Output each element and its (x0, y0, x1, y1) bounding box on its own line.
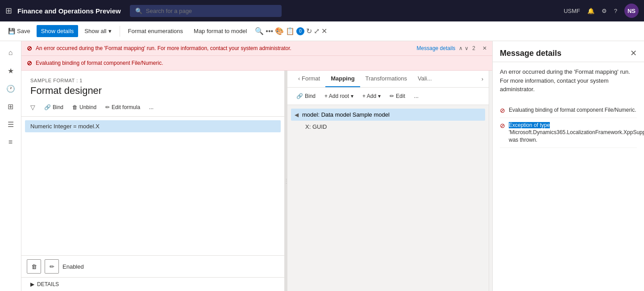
tree-item-numeric[interactable]: Numeric Integer = model.X (25, 120, 281, 132)
search-icon: 🔍 (135, 8, 142, 14)
message-panel-body: An error occurred during the 'Format map… (493, 62, 644, 99)
error-icon-main: ⊘ (27, 45, 32, 52)
chevron-down-icon: ▾ (108, 28, 112, 34)
message-details-panel: Message details ✕ An error occurred duri… (492, 41, 644, 291)
format-bottom-bar: 🗑 ✏ Enabled (21, 255, 284, 277)
palette-icon[interactable]: 🎨 (275, 27, 284, 35)
more-cmd-icon[interactable]: ••• (266, 27, 273, 35)
error-count: 2 (472, 45, 475, 51)
exception-highlight: Exception of type (509, 122, 550, 128)
settings-icon[interactable]: ⚙ (602, 8, 607, 14)
mapping-tabs: ‹ Format Mapping Transformations Vali...… (287, 71, 489, 88)
chevron-down-add: ▾ (378, 93, 381, 99)
sidebar-menu-icon[interactable]: ≡ (3, 134, 19, 150)
unbind-button[interactable]: 🗑 Unbind (69, 102, 100, 112)
show-details-button[interactable]: Show details (37, 25, 79, 37)
show-all-button[interactable]: Show all ▾ (80, 25, 116, 37)
bell-icon[interactable]: 🔔 (587, 8, 594, 14)
edit-icon: ✏ (105, 104, 110, 110)
sidebar-star-icon[interactable]: ★ (3, 63, 19, 79)
expand-icon[interactable]: ⤢ (314, 27, 320, 35)
search-cmd-icon[interactable]: 🔍 (255, 27, 264, 35)
refresh-icon[interactable]: ↻ (306, 27, 312, 35)
error-close-icon[interactable]: ✕ (482, 45, 487, 51)
add-root-button[interactable]: + Add root ▾ (321, 91, 357, 101)
command-bar: 💾 Save Show details Show all ▾ Format en… (0, 21, 644, 41)
next-error-icon[interactable]: ∨ (465, 45, 469, 51)
app-title: Finance and Operations Preview (17, 7, 121, 15)
vertical-scrollbar[interactable] (489, 71, 492, 291)
grid-icon[interactable]: ⊞ (5, 6, 12, 16)
edit-format-button[interactable]: ✏ (45, 259, 59, 274)
mapping-toolbar: 🔗 Bind + Add root ▾ + Add ▾ ✏ Edit (287, 88, 489, 105)
main-layout: ⌂ ★ 🕐 ⊞ ☰ ≡ ⊘ An error occurred during t… (0, 41, 644, 291)
panel-header: SAMPLE FORMAT : 1 Format designer (21, 71, 284, 98)
format-panel-toolbar: ▽ 🔗 Bind 🗑 Unbind ✏ Edit formula ... (21, 98, 284, 117)
sidebar-grid-icon[interactable]: ⊞ (3, 98, 19, 114)
filter-icon[interactable]: ▽ (27, 102, 39, 113)
edit-formula-button[interactable]: ✏ Edit formula (102, 102, 144, 112)
save-button[interactable]: 💾 Save (4, 25, 35, 37)
sidebar-list-icon[interactable]: ☰ (3, 116, 19, 132)
more-format-button[interactable]: ... (145, 102, 157, 112)
chevron-right-icon: ▶ (30, 281, 34, 287)
unlink-icon: 🗑 (72, 104, 78, 110)
more-mapping-button[interactable]: ... (411, 91, 422, 101)
tab-nav-more[interactable]: › (482, 76, 483, 82)
tab-format[interactable]: ‹ Format (293, 71, 325, 87)
bind-button[interactable]: 🔗 Bind (41, 102, 67, 112)
msg-error-1: ⊘ Evaluating binding of format component… (500, 103, 637, 118)
sidebar-history-icon[interactable]: 🕐 (3, 80, 19, 97)
tab-transformations[interactable]: Transformations (360, 71, 412, 87)
message-details-link[interactable]: Message details (417, 45, 456, 51)
link-icon-map: 🔗 (296, 93, 303, 99)
msg-error-text-1: Evaluating binding of format component F… (509, 106, 636, 114)
mapping-panel: ‹ Format Mapping Transformations Vali...… (287, 71, 489, 291)
collapse-icon: ◀ (295, 112, 299, 118)
model-root-item[interactable]: ◀ model: Data model Sample model (291, 109, 485, 121)
message-panel-close[interactable]: ✕ (630, 48, 637, 58)
edit-map-icon: ✏ (390, 93, 394, 99)
child-x-guid[interactable]: X: GUID (291, 121, 485, 133)
content-area: ⊘ An error occurred during the 'Format m… (21, 41, 492, 291)
details-section[interactable]: ▶ DETAILS (21, 277, 284, 291)
user-avatar[interactable]: NS (624, 4, 639, 18)
save-icon: 💾 (8, 28, 15, 34)
mapping-bind-button[interactable]: 🔗 Bind (293, 91, 319, 101)
chevron-left-icon: ‹ (298, 75, 300, 82)
prev-error-icon[interactable]: ∧ (459, 45, 463, 51)
map-format-to-model-button[interactable]: Map format to model (189, 25, 251, 37)
chevron-down-add-root: ▾ (351, 93, 353, 99)
top-nav-right: USMF 🔔 ⚙ ? NS (564, 4, 639, 18)
message-errors-list: ⊘ Evaluating binding of format component… (493, 99, 644, 291)
top-nav: ⊞ Finance and Operations Preview 🔍 USMF … (0, 0, 644, 21)
search-bar[interactable]: 🔍 (130, 5, 282, 17)
close-cmd-icon[interactable]: ✕ (321, 27, 327, 35)
delete-format-button[interactable]: 🗑 (27, 259, 41, 274)
clipboard-icon[interactable]: 📋 (286, 27, 295, 35)
message-panel-title: Message details (500, 49, 561, 58)
mapping-tree: ◀ model: Data model Sample model X: GUID (287, 105, 489, 291)
error-secondary-text: Evaluating binding of format component F… (36, 60, 163, 66)
sidebar-home-icon[interactable]: ⌂ (3, 45, 19, 61)
enabled-label: Enabled (62, 263, 84, 270)
help-icon[interactable]: ? (614, 8, 617, 14)
error-nav[interactable]: ∧ ∨ (459, 45, 469, 51)
tab-mapping[interactable]: Mapping (325, 71, 360, 87)
badge-icon: 0 (296, 27, 304, 35)
tab-validation[interactable]: Vali... (412, 71, 437, 87)
message-panel-header: Message details ✕ (493, 41, 644, 62)
format-enumerations-button[interactable]: Format enumerations (124, 25, 188, 37)
separator-1 (120, 26, 120, 37)
error-icon-secondary: ⊘ (27, 59, 32, 67)
error-main-text: An error occurred during the 'Format map… (36, 45, 291, 51)
search-input[interactable] (146, 8, 262, 14)
msg-error-icon-1: ⊘ (500, 107, 505, 114)
edit-mapping-button[interactable]: ✏ Edit (386, 91, 409, 101)
designer-area: SAMPLE FORMAT : 1 Format designer ▽ 🔗 Bi… (21, 71, 492, 291)
panel-title: Format designer (30, 85, 275, 97)
format-tree: Numeric Integer = model.X (21, 117, 284, 255)
add-button[interactable]: + Add ▾ (359, 91, 384, 101)
error-bar-main: ⊘ An error occurred during the 'Format m… (21, 41, 492, 56)
env-label: USMF (564, 8, 580, 14)
